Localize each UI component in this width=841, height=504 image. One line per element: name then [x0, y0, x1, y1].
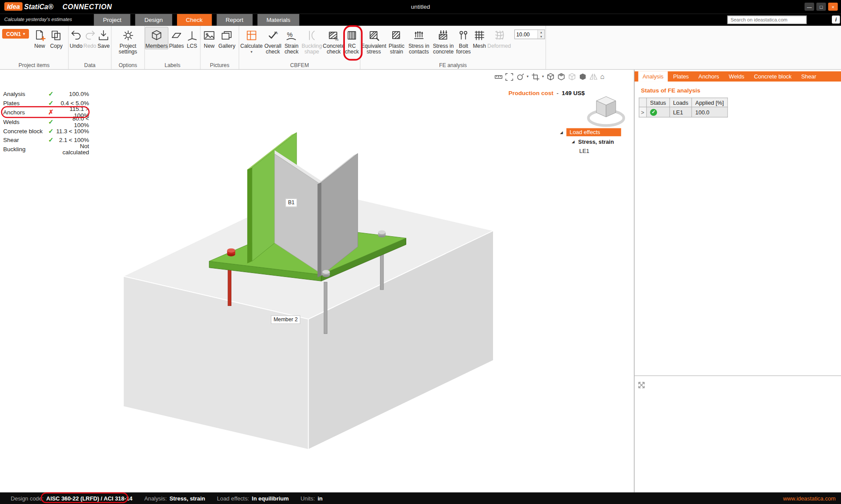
production-cost: Production cost - 149 US$ — [508, 89, 585, 96]
bolt-forces-button[interactable]: Bolt forces — [455, 27, 471, 54]
group-label-pictures: Pictures — [201, 62, 239, 69]
website-link[interactable]: www.ideastatica.com — [783, 495, 836, 502]
save-icon — [98, 28, 110, 43]
home-view-icon[interactable]: ⌂ — [600, 72, 605, 81]
tab-shear[interactable]: Shear — [797, 71, 820, 82]
plate-icon — [170, 28, 182, 43]
tree-item-load-effects[interactable]: ◢ Load effects — [560, 128, 621, 137]
strain-check-icon: % — [286, 28, 298, 43]
tab-plates[interactable]: Plates — [669, 71, 693, 82]
tab-materials[interactable]: Materials — [257, 14, 299, 26]
ribbon-tab-row: Calculate yesterday's estimates Project … — [0, 14, 841, 26]
tree-expanded-icon[interactable]: ◢ — [572, 139, 578, 144]
close-button[interactable]: × — [828, 3, 838, 11]
axes-icon — [186, 28, 198, 43]
rc-check-button[interactable]: RC check — [344, 27, 359, 54]
mirror-view-icon[interactable] — [589, 72, 597, 81]
check-row-analysis[interactable]: Analysis ✓ 100.0% — [3, 89, 89, 98]
plastic-strain-button[interactable]: Plastic strain — [387, 27, 407, 54]
tab-welds[interactable]: Welds — [724, 71, 749, 82]
calculate-button[interactable]: Calculate ▾ — [240, 27, 263, 54]
tab-analysis[interactable]: Analysis — [638, 71, 667, 82]
view-wireframe-icon[interactable] — [579, 72, 587, 81]
chevron-down-icon[interactable]: ▾ — [542, 75, 544, 79]
undo-button[interactable]: Undo — [69, 27, 83, 49]
tree-item-stress-strain[interactable]: ◢ Stress, strain — [572, 137, 621, 146]
tab-concrete-block[interactable]: Concrete block — [750, 71, 796, 82]
cube-icon — [151, 28, 163, 43]
check-row-concrete-block[interactable]: Concrete block ✓ 11.3 < 100% — [3, 126, 89, 135]
viewport-3d-scene[interactable] — [0, 70, 634, 492]
view-cube[interactable] — [589, 96, 624, 125]
stress-in-contacts-button[interactable]: Stress in contacts — [407, 27, 431, 54]
anchor-head — [323, 270, 330, 277]
member-label-member2[interactable]: Member 2 — [271, 316, 300, 324]
tab-project[interactable]: Project — [94, 14, 131, 26]
tab-design[interactable]: Design — [135, 14, 172, 26]
clipping-icon[interactable] — [531, 72, 539, 81]
buckling-shape-button[interactable]: Buckling shape — [301, 27, 323, 54]
save-button[interactable]: Save — [97, 27, 110, 49]
load-effects-value: In equilibrium — [252, 495, 289, 502]
check-row-buckling[interactable]: Buckling Not calculated — [3, 145, 89, 154]
members-labels-toggle[interactable]: Members — [145, 27, 168, 49]
maximize-button[interactable]: □ — [816, 3, 826, 11]
strain-check-button[interactable]: % Strain check — [282, 27, 300, 54]
load-effects-status: Load effects: In equilibrium — [217, 495, 289, 502]
expand-pane-icon[interactable] — [637, 381, 646, 390]
search-input[interactable] — [727, 15, 807, 24]
status-bar: Design code: AISC 360-22 (LRFD) / ACI 31… — [0, 492, 841, 504]
tab-check[interactable]: Check — [177, 14, 212, 26]
gallery-button[interactable]: Gallery — [217, 27, 237, 49]
analysis-type-value: Stress, strain — [170, 495, 205, 502]
deformed-icon — [493, 28, 505, 43]
results-panel-tabs: Analysis Plates Anchors Welds Concrete b… — [635, 71, 841, 82]
redo-button[interactable]: Redo — [83, 27, 96, 49]
zoom-extents-icon[interactable] — [505, 72, 513, 81]
ribbon-group-fe-analysis: Equivalent stress Plastic strain Stress … — [360, 26, 546, 69]
anchor-head — [378, 231, 386, 238]
tab-anchors[interactable]: Anchors — [694, 71, 724, 82]
connection-selector[interactable]: CON1 ▾ — [2, 29, 29, 39]
equivalent-stress-button[interactable]: Equivalent stress — [361, 27, 387, 54]
check-row-welds[interactable]: Welds ✓ 80.0 < 100% — [3, 117, 89, 126]
chevron-down-icon[interactable]: ▾ — [527, 75, 529, 79]
gallery-icon — [221, 28, 233, 43]
view-solid-icon[interactable] — [546, 72, 554, 81]
orbit-view-icon[interactable] — [516, 72, 524, 81]
project-settings-button[interactable]: Project settings — [113, 27, 143, 54]
panel-splitter[interactable] — [635, 376, 841, 376]
scale-input[interactable] — [515, 30, 537, 39]
view-transparent-icon[interactable] — [568, 72, 576, 81]
group-label-data: Data — [69, 62, 111, 69]
stress-in-concrete-icon — [437, 28, 449, 43]
member-label-b1[interactable]: B1 — [285, 199, 297, 207]
spinner-up-icon[interactable]: ▴ — [538, 30, 545, 35]
brand-name: StatiCa® — [24, 3, 53, 11]
table-row[interactable]: > ✓ LE1 100.0 — [639, 107, 727, 117]
mesh-button[interactable]: Mesh — [472, 27, 487, 49]
tree-item-le1[interactable]: LE1 — [579, 146, 621, 155]
lcs-labels-toggle[interactable]: LCS — [185, 27, 199, 49]
deformed-button[interactable]: Deformed — [487, 27, 511, 49]
new-picture-button[interactable]: New — [201, 27, 217, 49]
new-item-button[interactable]: New — [32, 27, 48, 49]
view-shaded-icon[interactable] — [557, 72, 565, 81]
minimize-button[interactable]: — — [805, 3, 814, 11]
fe-analysis-heading: Status of FE analysis — [641, 87, 841, 93]
plates-labels-toggle[interactable]: Plates — [168, 27, 185, 49]
info-button[interactable]: i — [832, 15, 840, 23]
stress-in-concrete-button[interactable]: Stress in concrete — [431, 27, 456, 54]
tree-expanded-icon[interactable]: ◢ — [560, 130, 567, 135]
failing-anchor-rod — [228, 269, 231, 305]
group-label-project-items: Project items — [0, 62, 68, 69]
new-document-icon — [34, 28, 46, 43]
spinner-down-icon[interactable]: ▾ — [538, 34, 545, 39]
measure-icon[interactable] — [494, 72, 502, 81]
overall-check-button[interactable]: % Overall check — [263, 27, 283, 54]
copy-item-button[interactable]: Copy — [48, 27, 65, 49]
concrete-check-button[interactable]: % Concrete check — [323, 27, 344, 54]
check-fail-icon: ✗ — [46, 109, 56, 116]
row-expander[interactable]: > — [639, 107, 646, 117]
tab-report[interactable]: Report — [216, 14, 252, 26]
